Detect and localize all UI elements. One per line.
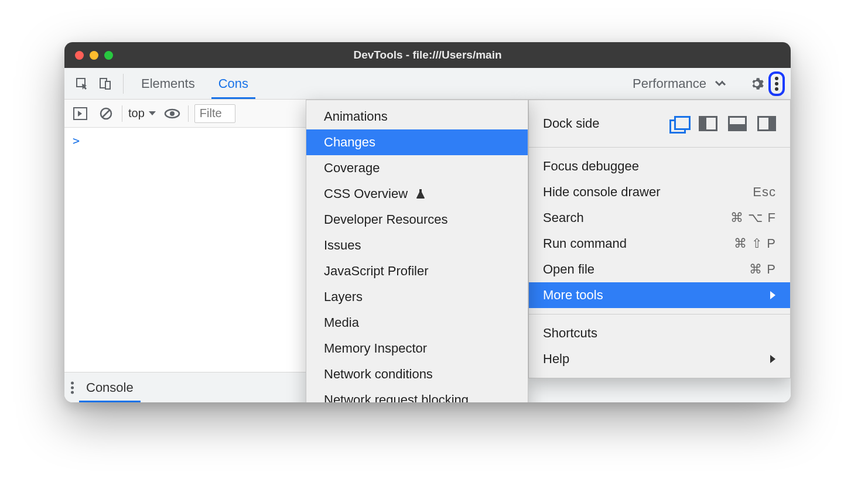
svg-line-7 <box>102 110 110 117</box>
chevron-down-icon <box>148 111 156 117</box>
dock-left-icon[interactable] <box>699 116 717 131</box>
filter-input[interactable] <box>194 104 235 123</box>
live-expression-icon[interactable] <box>162 104 182 124</box>
submenu-item[interactable]: Media <box>306 310 528 336</box>
maximize-window-button[interactable] <box>104 51 113 60</box>
submenu-item[interactable]: Developer Resources <box>306 207 528 233</box>
svg-point-10 <box>71 381 74 384</box>
inspect-element-icon[interactable] <box>70 72 94 95</box>
submenu-item-label: Issues <box>324 238 361 253</box>
titlebar: DevTools - file:///Users/main <box>64 42 791 68</box>
drawer-more-icon[interactable] <box>70 381 74 395</box>
separator <box>122 105 122 122</box>
console-prompt-icon: > <box>73 134 80 148</box>
main-menu: Dock side Focus debuggee Hide console dr… <box>528 100 791 378</box>
submenu-item[interactable]: CSS Overview <box>306 181 528 207</box>
drawer-tab-console[interactable]: Console <box>74 372 145 402</box>
shortcut: ⌘ P <box>749 262 776 277</box>
clear-console-icon[interactable] <box>96 104 116 124</box>
menu-focus-debuggee[interactable]: Focus debuggee <box>529 153 790 179</box>
submenu-arrow-icon <box>769 290 776 300</box>
devtools-window: DevTools - file:///Users/main Elements C… <box>64 42 791 402</box>
more-tools-submenu: AnimationsChangesCoverageCSS OverviewDev… <box>306 100 528 402</box>
tab-performance[interactable]: Performance <box>621 68 710 99</box>
submenu-item[interactable]: Memory Inspector <box>306 336 528 361</box>
submenu-item-label: Changes <box>324 135 375 150</box>
submenu-item[interactable]: JavaScript Profiler <box>306 258 528 284</box>
submenu-arrow-icon <box>769 354 776 364</box>
menu-search[interactable]: Search ⌘ ⌥ F <box>529 205 790 231</box>
menu-hide-console[interactable]: Hide console drawer Esc <box>529 179 790 205</box>
submenu-item-label: Developer Resources <box>324 212 448 227</box>
tab-console[interactable]: Cons <box>207 68 260 99</box>
submenu-item[interactable]: Coverage <box>306 155 528 181</box>
submenu-item-label: Animations <box>324 109 388 124</box>
submenu-item-label: Network request blocking <box>324 392 469 402</box>
dock-undock-icon[interactable] <box>669 116 688 131</box>
submenu-item-label: Network conditions <box>324 367 433 382</box>
submenu-item[interactable]: Changes <box>306 129 528 155</box>
experiment-icon <box>416 189 425 199</box>
shortcut: ⌘ ⇧ P <box>734 236 776 251</box>
submenu-item[interactable]: Animations <box>306 104 528 129</box>
window-title: DevTools - file:///Users/main <box>64 49 791 61</box>
traffic-lights <box>75 51 113 60</box>
submenu-item[interactable]: Issues <box>306 233 528 258</box>
minimize-window-button[interactable] <box>90 51 98 60</box>
submenu-item[interactable]: Network request blocking <box>306 387 528 402</box>
submenu-item-label: JavaScript Profiler <box>324 264 429 279</box>
svg-point-11 <box>71 386 74 389</box>
svg-point-4 <box>775 87 778 91</box>
overflow-tabs-icon[interactable] <box>710 72 733 95</box>
dock-right-icon[interactable] <box>757 116 776 131</box>
context-selector[interactable]: top <box>128 107 156 120</box>
toggle-sidebar-icon[interactable] <box>70 104 90 124</box>
submenu-item-label: Coverage <box>324 160 380 176</box>
dock-side-label: Dock side <box>543 116 659 131</box>
more-menu-button[interactable] <box>768 71 785 96</box>
menu-run-command[interactable]: Run command ⌘ ⇧ P <box>529 231 790 257</box>
menu-open-file[interactable]: Open file ⌘ P <box>529 257 790 282</box>
shortcut: ⌘ ⌥ F <box>730 210 776 225</box>
context-value: top <box>128 107 145 120</box>
separator <box>123 74 124 94</box>
submenu-item-label: CSS Overview <box>324 186 408 201</box>
submenu-item-label: Memory Inspector <box>324 341 427 356</box>
dock-bottom-icon[interactable] <box>728 116 747 131</box>
separator <box>188 105 189 122</box>
submenu-item-label: Layers <box>324 289 363 305</box>
submenu-item[interactable]: Layers <box>306 284 528 310</box>
menu-help[interactable]: Help <box>529 346 790 372</box>
device-toolbar-icon[interactable] <box>94 72 117 95</box>
menu-shortcuts[interactable]: Shortcuts <box>529 320 790 346</box>
submenu-item[interactable]: Network conditions <box>306 361 528 387</box>
settings-icon[interactable] <box>745 72 768 95</box>
svg-point-3 <box>775 82 778 86</box>
close-window-button[interactable] <box>75 51 84 60</box>
svg-point-9 <box>170 111 175 116</box>
dock-side-row: Dock side <box>529 106 790 141</box>
svg-point-2 <box>775 77 778 80</box>
devtools-tabbar: Elements Cons Performance <box>64 68 791 100</box>
svg-rect-1 <box>105 81 110 89</box>
shortcut: Esc <box>753 184 776 200</box>
svg-point-12 <box>71 391 74 394</box>
menu-more-tools[interactable]: More tools <box>529 282 790 308</box>
submenu-item-label: Media <box>324 315 359 330</box>
tab-elements[interactable]: Elements <box>129 68 207 99</box>
